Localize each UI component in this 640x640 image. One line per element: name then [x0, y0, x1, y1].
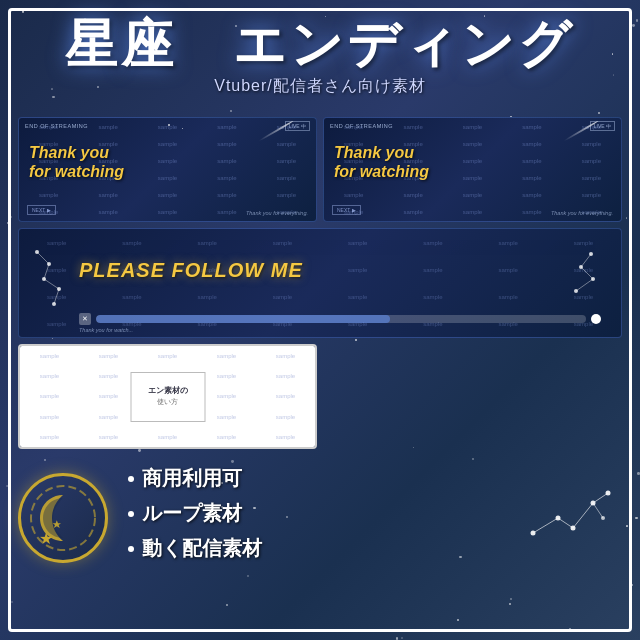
svg-line-6 [44, 264, 49, 279]
subtitle: Vtuber/配信者さん向け素材 [20, 76, 620, 97]
preview-card-4: sample sample sample sample sample sampl… [18, 344, 317, 449]
feature-text-2: ループ素材 [142, 500, 242, 527]
svg-line-25 [558, 518, 573, 528]
constellation-icon-left [29, 244, 74, 318]
bullet-icon-2 [128, 511, 134, 517]
svg-line-5 [37, 252, 49, 264]
thank-you-line2: Thank you [334, 143, 429, 162]
feature-text-1: 商用利用可 [142, 465, 242, 492]
bullet-icon-1 [128, 476, 134, 482]
svg-line-26 [573, 503, 593, 528]
svg-line-14 [581, 267, 593, 279]
main-title: 星座 エンディング [20, 18, 620, 70]
card3-bottom-text: Thank you for watch... [79, 327, 133, 333]
svg-line-27 [593, 493, 608, 503]
svg-line-8 [54, 289, 59, 304]
svg-line-13 [581, 254, 591, 267]
preview-card-3: sample sample sample sample sample sampl… [18, 228, 622, 338]
progress-bar-container: ✕ [79, 313, 601, 325]
follow-me-text: PLEASE FOLLOW ME [79, 259, 303, 282]
star-icon: ★ [39, 529, 53, 548]
thank-you-card1: Thank you for watching [29, 143, 124, 181]
constellation-bottom-right-icon [518, 473, 618, 557]
svg-line-24 [533, 518, 558, 533]
svg-line-7 [44, 279, 59, 289]
moon-badge: ★ [18, 473, 108, 563]
preview-card-2: sample sample sample sample sample sampl… [323, 117, 622, 222]
progress-fill [96, 315, 390, 323]
svg-line-15 [576, 279, 593, 291]
next-button-1[interactable]: NEXT ▶ [27, 205, 56, 215]
white-card-sub: 使い方 [157, 397, 178, 407]
svg-line-28 [593, 503, 603, 518]
progress-track [96, 315, 586, 323]
card1-next: NEXT ▶ [27, 198, 56, 216]
preview-container: sample sample sample sample sample sampl… [0, 109, 640, 457]
for-watching-line1: for watching [29, 162, 124, 181]
moon-outer-circle: ★ [18, 473, 108, 563]
white-card-title: エン素材の [148, 386, 188, 396]
white-inner-box: エン素材の 使い方 [130, 372, 205, 422]
bottom-section: ★ 商用利用可 ループ素材 動く配信素材 [0, 457, 640, 582]
constellation-svg [518, 473, 618, 553]
preview-card-1: sample sample sample sample sample sampl… [18, 117, 317, 222]
x-icon[interactable]: ✕ [79, 313, 91, 325]
thank-you-card2: Thank you for watching [334, 143, 429, 181]
feature-text-3: 動く配信素材 [142, 535, 262, 562]
progress-dot [591, 314, 601, 324]
card1-bottom-text: Thank you for everything. [246, 210, 308, 216]
card2-next: NEXT ▶ [332, 198, 361, 216]
thank-you-line1: Thank you [29, 143, 124, 162]
card2-bottom-text: Thank you for everything. [551, 210, 613, 216]
bullet-icon-3 [128, 546, 134, 552]
for-watching-line2: for watching [334, 162, 429, 181]
header-section: 星座 エンディング Vtuber/配信者さん向け素材 [0, 0, 640, 105]
constellation-icon-right [561, 249, 601, 313]
next-button-2[interactable]: NEXT ▶ [332, 205, 361, 215]
